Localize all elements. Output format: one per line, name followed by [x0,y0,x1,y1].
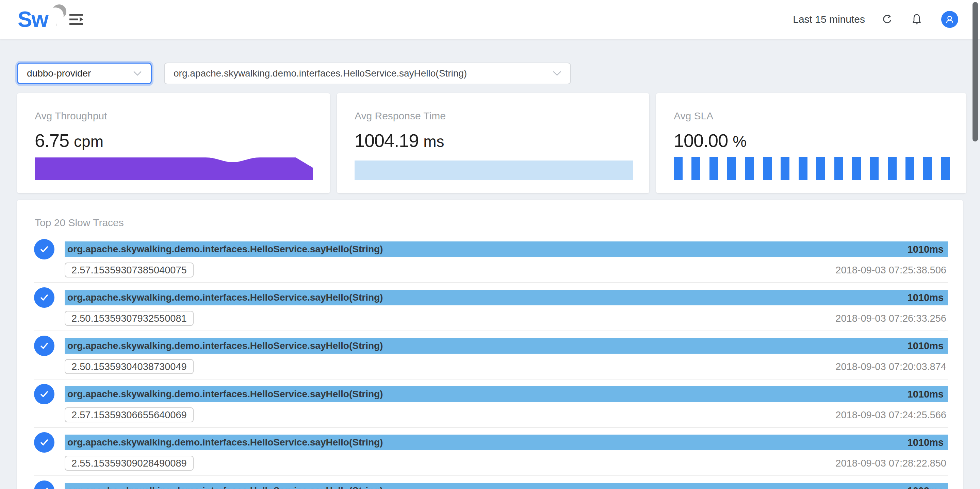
check-icon[interactable] [34,432,54,452]
metric-value: 100.00 [674,131,728,149]
metric-value: 6.75 [35,131,69,149]
app-header: Sw Last 15 minutes [0,0,980,40]
trace-duration-bar[interactable]: org.apache.skywalking.demo.interfaces.He… [65,241,948,257]
service-select[interactable]: dubbo-provider [17,63,152,84]
check-icon[interactable] [34,239,54,259]
trace-duration-bar[interactable]: org.apache.skywalking.demo.interfaces.He… [65,435,948,450]
trace-subrow: 2.50.15359307932550081 2018-09-03 07:26:… [65,311,948,326]
metric-value-row: 1004.19 ms [355,131,633,149]
sla-bar [905,157,914,180]
trace-id-chip: 2.57.15359306655640069 [65,407,194,422]
trace-row: org.apache.skywalking.demo.interfaces.He… [34,241,948,283]
sla-bar [834,157,843,180]
sla-bar [763,157,772,180]
trace-content: org.apache.skywalking.demo.interfaces.He… [65,483,948,489]
trace-duration-label: 1010ms [907,340,943,352]
traces-list: org.apache.skywalking.demo.interfaces.He… [34,241,948,489]
metric-value-row: 100.00 % [674,131,950,149]
sla-bar [816,157,825,180]
response-time-sparkline [355,160,633,180]
trace-content: org.apache.skywalking.demo.interfaces.He… [65,290,948,326]
chevron-down-icon [553,71,562,76]
header-right-group: Last 15 minutes [793,11,958,28]
endpoint-select[interactable]: org.apache.skywalking.demo.interfaces.He… [164,63,571,84]
trace-endpoint-label: org.apache.skywalking.demo.interfaces.He… [67,292,901,303]
endpoint-select-value: org.apache.skywalking.demo.interfaces.He… [173,68,548,79]
metric-value: 1004.19 [355,131,418,149]
metric-cards-row: Avg Throughput 6.75 cpm Avg Response Tim… [17,93,963,193]
card-avg-sla: Avg SLA 100.00 % [656,93,966,193]
trace-row: org.apache.skywalking.demo.interfaces.He… [34,435,948,476]
trace-duration-label: 1010ms [907,437,943,448]
trace-start-time: 2018-09-03 07:26:33.256 [835,313,946,324]
traces-panel-title: Top 20 Slow Traces [35,217,948,229]
chevron-down-icon [133,71,142,76]
refresh-icon[interactable] [881,14,893,25]
card-avg-response-time: Avg Response Time 1004.19 ms [337,93,649,193]
filter-bar: dubbo-provider org.apache.skywalking.dem… [17,63,963,84]
skywalking-logo[interactable]: Sw [18,0,48,39]
metric-label: Avg Throughput [35,111,314,121]
trace-id-chip: 2.50.15359307932550081 [65,311,194,326]
trace-id-chip: 2.50.15359304038730049 [65,359,194,374]
metric-value-row: 6.75 cpm [35,131,314,149]
trace-content: org.apache.skywalking.demo.interfaces.He… [65,338,948,374]
sla-bar [888,157,897,180]
trace-start-time: 2018-09-03 07:25:38.506 [835,265,946,276]
trace-duration-label: 1010ms [907,244,943,255]
sla-bar [745,157,754,180]
trace-duration-bar[interactable]: org.apache.skywalking.demo.interfaces.He… [65,386,948,402]
trace-start-time: 2018-09-03 07:28:22.850 [835,458,946,469]
trace-subrow: 2.50.15359304038730049 2018-09-03 07:20:… [65,359,948,374]
trace-endpoint-label: org.apache.skywalking.demo.interfaces.He… [67,244,901,255]
trace-duration-bar[interactable]: org.apache.skywalking.demo.interfaces.He… [65,483,948,489]
user-avatar[interactable] [941,11,958,28]
trace-content: org.apache.skywalking.demo.interfaces.He… [65,435,948,471]
trace-duration-bar[interactable]: org.apache.skywalking.demo.interfaces.He… [65,290,948,305]
trace-subrow: 2.57.15359306655640069 2018-09-03 07:24:… [65,407,948,422]
check-icon[interactable] [34,481,54,489]
trace-start-time: 2018-09-03 07:24:25.566 [835,410,946,421]
sla-bar [710,157,718,180]
trace-row: org.apache.skywalking.demo.interfaces.He… [34,338,948,379]
trace-content: org.apache.skywalking.demo.interfaces.He… [65,386,948,422]
trace-content: org.apache.skywalking.demo.interfaces.He… [65,241,948,278]
slow-traces-panel: Top 20 Slow Traces org.apache.skywalking… [17,200,963,489]
trace-row: org.apache.skywalking.demo.interfaces.He… [34,483,948,489]
metric-label: Avg SLA [674,111,950,121]
sla-bar [674,157,682,180]
sla-bar [692,157,700,180]
trace-endpoint-label: org.apache.skywalking.demo.interfaces.He… [67,340,901,351]
menu-collapse-icon[interactable] [67,10,86,29]
logo-text: Sw [18,8,48,30]
time-range-button[interactable]: Last 15 minutes [793,14,865,25]
check-icon[interactable] [34,287,54,308]
trace-id-chip: 2.55.15359309028490089 [65,456,194,471]
sla-bar-chart [674,157,950,180]
logo-moon-icon [46,3,67,24]
sla-bar [799,157,808,180]
throughput-sparkline [35,156,314,180]
trace-subrow: 2.57.15359307385040075 2018-09-03 07:25:… [65,262,948,278]
metric-unit: % [733,133,746,149]
trace-row: org.apache.skywalking.demo.interfaces.He… [34,290,948,331]
trace-endpoint-label: org.apache.skywalking.demo.interfaces.He… [67,389,901,400]
sla-bar [923,157,932,180]
trace-duration-label: 1010ms [907,292,943,303]
trace-duration-label: 1009ms [907,485,943,489]
bell-icon[interactable] [911,13,922,25]
trace-duration-bar[interactable]: org.apache.skywalking.demo.interfaces.He… [65,338,948,354]
card-avg-throughput: Avg Throughput 6.75 cpm [17,93,330,193]
vertical-scrollbar[interactable] [972,2,978,141]
trace-start-time: 2018-09-03 07:20:03.874 [835,361,946,372]
sla-bar [852,157,861,180]
page-body: dubbo-provider org.apache.skywalking.dem… [0,40,980,489]
metric-unit: cpm [74,133,103,149]
check-icon[interactable] [34,336,54,356]
sla-bar [781,157,789,180]
trace-endpoint-label: org.apache.skywalking.demo.interfaces.He… [67,437,901,448]
check-icon[interactable] [34,384,54,404]
trace-id-chip: 2.57.15359307385040075 [65,262,194,278]
sla-bar [727,157,736,180]
metric-label: Avg Response Time [355,111,633,121]
